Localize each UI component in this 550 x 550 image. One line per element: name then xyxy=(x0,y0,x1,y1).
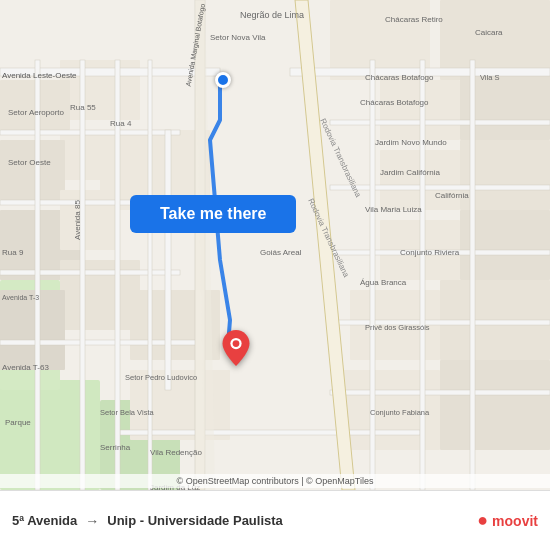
svg-text:Caicara: Caicara xyxy=(475,28,503,37)
svg-rect-44 xyxy=(80,60,85,490)
svg-text:Negrão de Lima: Negrão de Lima xyxy=(240,10,304,20)
svg-text:Rua 55: Rua 55 xyxy=(70,103,96,112)
svg-rect-46 xyxy=(148,60,152,490)
route-arrow-icon: → xyxy=(85,513,99,529)
svg-text:Chácaras Botafogo: Chácaras Botafogo xyxy=(365,73,434,82)
svg-text:Serrinha: Serrinha xyxy=(100,443,131,452)
svg-text:Goiás Areal: Goiás Areal xyxy=(260,248,302,257)
svg-text:Jardim Novo Mundo: Jardim Novo Mundo xyxy=(375,138,447,147)
svg-rect-26 xyxy=(440,360,550,450)
svg-text:Chácaras Retiro: Chácaras Retiro xyxy=(385,15,443,24)
svg-rect-41 xyxy=(165,130,171,390)
svg-rect-37 xyxy=(330,320,550,325)
svg-text:Avenida T-63: Avenida T-63 xyxy=(2,363,49,372)
svg-text:Setor Nova Vila: Setor Nova Vila xyxy=(210,33,266,42)
svg-text:Conjunto Fabiana: Conjunto Fabiana xyxy=(370,408,430,417)
svg-rect-11 xyxy=(0,290,65,370)
svg-text:Avenida T-3: Avenida T-3 xyxy=(2,294,39,301)
take-me-there-button[interactable]: Take me there xyxy=(130,195,296,233)
map-container: Negrão de Lima Setor Nova Vila Chácaras … xyxy=(0,0,550,490)
svg-text:Califórnia: Califórnia xyxy=(435,191,469,200)
map-attribution: © OpenStreetMap contributors | © OpenMap… xyxy=(0,474,550,488)
origin-marker xyxy=(215,72,231,88)
moovit-icon: ● xyxy=(477,510,488,531)
svg-rect-35 xyxy=(330,185,550,190)
svg-text:Privê dos Girassóis: Privê dos Girassóis xyxy=(365,323,430,332)
svg-rect-7 xyxy=(0,140,65,200)
moovit-logo: ● moovit xyxy=(477,510,538,531)
svg-text:Vila Redenção: Vila Redenção xyxy=(150,448,202,457)
svg-text:Água Branca: Água Branca xyxy=(360,278,407,287)
svg-text:Rua 4: Rua 4 xyxy=(110,119,132,128)
svg-point-85 xyxy=(233,340,240,347)
svg-rect-43 xyxy=(35,60,40,490)
map-background: Negrão de Lima Setor Nova Vila Chácaras … xyxy=(0,0,550,490)
svg-text:Setor Bela Vista: Setor Bela Vista xyxy=(100,408,154,417)
svg-text:Avenida Leste-Oeste: Avenida Leste-Oeste xyxy=(2,71,77,80)
svg-text:Vila S: Vila S xyxy=(480,73,499,82)
svg-text:Chácaras Botafogo: Chácaras Botafogo xyxy=(360,98,429,107)
bottom-bar: 5ª Avenida → Unip - Universidade Paulist… xyxy=(0,490,550,550)
svg-text:Conjunto Riviera: Conjunto Riviera xyxy=(400,248,460,257)
svg-text:Jardim Califórnia: Jardim Califórnia xyxy=(380,168,441,177)
svg-text:Rua 9: Rua 9 xyxy=(2,248,24,257)
svg-text:Setor Aeroporto: Setor Aeroporto xyxy=(8,108,65,117)
svg-rect-48 xyxy=(420,60,425,490)
destination-marker xyxy=(222,330,250,370)
svg-text:Avenida 85: Avenida 85 xyxy=(73,200,82,240)
svg-text:Setor Oeste: Setor Oeste xyxy=(8,158,51,167)
route-from-label: 5ª Avenida xyxy=(12,513,77,528)
svg-rect-34 xyxy=(330,120,550,125)
svg-rect-28 xyxy=(0,130,180,135)
route-to-label: Unip - Universidade Paulista xyxy=(107,513,283,528)
moovit-brand-label: moovit xyxy=(492,513,538,529)
svg-rect-30 xyxy=(0,270,180,275)
svg-rect-49 xyxy=(470,60,475,490)
svg-text:Setor Pedro Ludovico: Setor Pedro Ludovico xyxy=(125,373,197,382)
route-info: 5ª Avenida → Unip - Universidade Paulist… xyxy=(12,513,477,529)
svg-rect-38 xyxy=(330,390,550,395)
svg-text:Parque: Parque xyxy=(5,418,31,427)
svg-text:Vila Maria Luiza: Vila Maria Luiza xyxy=(365,205,422,214)
svg-rect-47 xyxy=(370,60,375,490)
